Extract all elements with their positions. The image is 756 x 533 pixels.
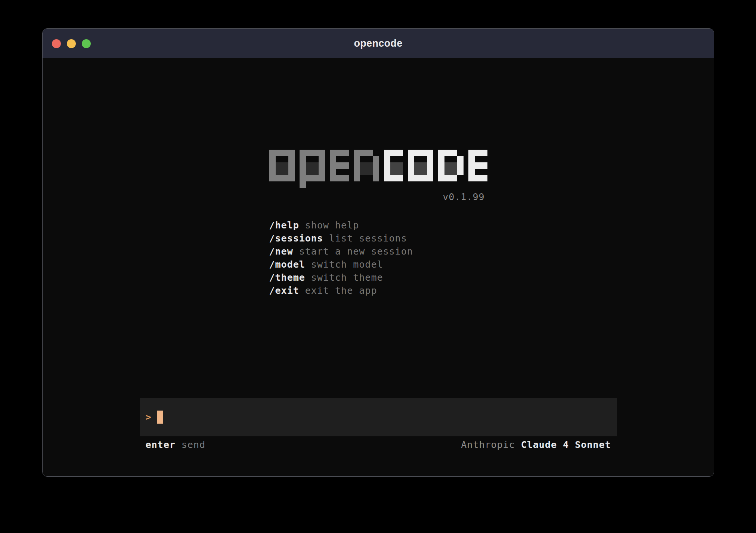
window-title: opencode	[354, 38, 403, 49]
logo-letter-n	[354, 150, 379, 181]
command-item: /help show help	[269, 219, 487, 232]
logo-letter-p	[300, 150, 325, 188]
prompt-symbol: >	[146, 412, 152, 422]
command-name: /model	[269, 259, 305, 270]
close-button[interactable]	[52, 39, 61, 48]
window-titlebar[interactable]: opencode	[43, 29, 714, 58]
command-description: switch model	[305, 259, 383, 270]
command-item: /theme switch theme	[269, 271, 487, 284]
command-item: /new start a new session	[269, 245, 487, 258]
terminal-content: v0.1.99 /help show help/sessions list se…	[43, 58, 714, 476]
model-indicator: Anthropic Claude 4 Sonnet	[461, 440, 611, 449]
desktop-background: opencode v0.1.99 /help show help/session…	[0, 0, 756, 533]
opencode-logo	[269, 150, 487, 188]
logo-letter-e	[468, 150, 487, 181]
zoom-button[interactable]	[82, 39, 91, 48]
minimize-button[interactable]	[67, 39, 76, 48]
logo-letter-d	[438, 150, 464, 181]
command-list: /help show help/sessions list sessions/n…	[269, 219, 487, 297]
command-description: switch theme	[305, 272, 383, 283]
prompt-input[interactable]: >	[140, 398, 617, 436]
command-description: list sessions	[323, 233, 407, 244]
command-name: /help	[269, 220, 299, 231]
logo-letter-o	[269, 150, 295, 181]
logo-letter-e	[330, 150, 349, 181]
input-section: > enter send Anthropic Claude 4 Sonnet	[140, 398, 617, 449]
status-bar: enter send Anthropic Claude 4 Sonnet	[140, 440, 617, 449]
command-description: exit the app	[299, 285, 377, 296]
keybind-key: enter	[146, 440, 176, 449]
hero-section: v0.1.99	[269, 150, 487, 202]
traffic-lights	[52, 29, 91, 58]
app-window: opencode v0.1.99 /help show help/session…	[42, 28, 714, 477]
command-item: /sessions list sessions	[269, 232, 487, 245]
command-name: /sessions	[269, 233, 323, 244]
keybind-action: send	[182, 440, 205, 449]
logo-letter-c	[384, 150, 403, 181]
model-label: Claude 4 Sonnet	[521, 440, 611, 449]
logo-letter-o	[408, 150, 433, 181]
command-name: /exit	[269, 285, 299, 296]
text-cursor	[157, 411, 163, 424]
command-name: /theme	[269, 272, 305, 283]
provider-label: Anthropic	[461, 440, 515, 449]
version-label: v0.1.99	[269, 192, 487, 202]
command-description: show help	[299, 220, 359, 231]
keybind-hint: enter send	[146, 440, 205, 449]
command-item: /exit exit the app	[269, 284, 487, 297]
command-name: /new	[269, 246, 293, 257]
command-description: start a new session	[293, 246, 413, 257]
command-item: /model switch model	[269, 258, 487, 271]
